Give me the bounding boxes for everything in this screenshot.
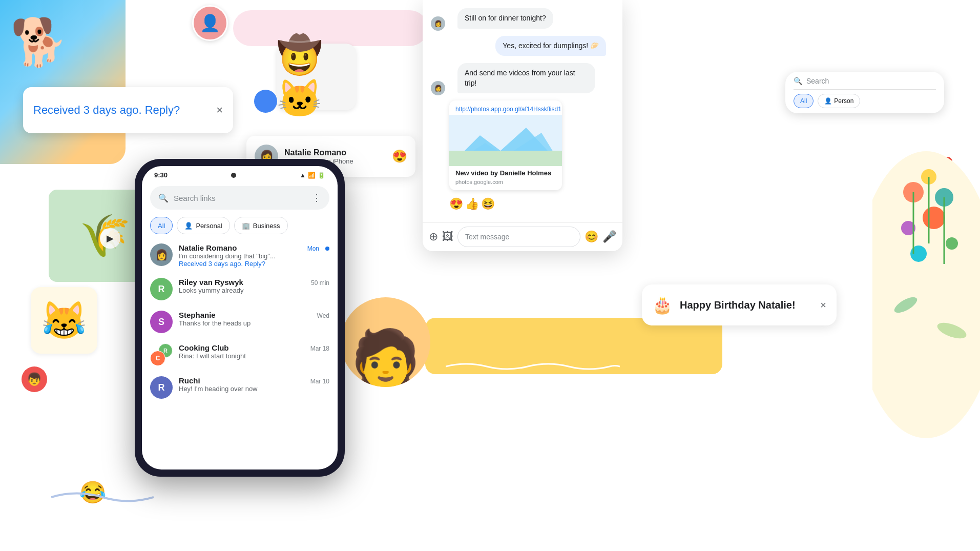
conversation-natalie[interactable]: 👩 Natalie Romano Mon I'm considering doi… <box>142 238 338 273</box>
svg-point-8 <box>872 151 980 438</box>
msg-sender-avatar: 👩 <box>431 16 445 31</box>
conv-time: Mar 10 <box>310 378 329 385</box>
svg-point-13 <box>923 207 945 229</box>
conv-name: Cooking Club <box>179 343 229 352</box>
conv-preview: Thanks for the heads up <box>179 319 329 327</box>
message-input-bar: ⊕ 🖼 Text message 😊 🎤 <box>423 222 622 251</box>
received-bubble: Received 3 days ago. Reply? × <box>23 87 233 133</box>
message-input[interactable]: Text message <box>457 227 580 247</box>
search-input-row[interactable]: 🔍 Search <box>794 77 936 90</box>
blue-dot-decoration <box>254 90 277 113</box>
chip-all[interactable]: All <box>794 94 814 108</box>
status-bar: 9:30 ▲ 📶 🔋 <box>142 166 338 182</box>
birthday-text: Happy Birthday Natalie! <box>680 299 813 311</box>
natalie-name: Natalie Romano <box>284 148 386 157</box>
conv-preview: Hey! I'm heading over now <box>179 385 329 393</box>
media-icon[interactable]: 🖼 <box>442 230 453 243</box>
conversation-stephanie[interactable]: S Stephanie Wed Thanks for the heads up <box>142 305 338 338</box>
messages-panel: 👩 Still on for dinner tonight? Yes, exci… <box>423 0 622 251</box>
conversation-list: 👩 Natalie Romano Mon I'm considering doi… <box>142 238 338 470</box>
msg-bubble-received-2: And send me videos from your last trip! <box>457 63 595 93</box>
cat-sticker-panel: 😹 <box>31 287 97 354</box>
msg-bubble-received-1: Still on for dinner tonight? <box>457 8 553 29</box>
input-placeholder: Text message <box>465 233 509 241</box>
search-placeholder: Search links <box>174 194 307 202</box>
camera-dot <box>231 173 236 178</box>
chips-row: All 👤 Person <box>794 90 936 108</box>
conv-reply-hint: Received 3 days ago. Reply? <box>179 260 319 268</box>
filter-business[interactable]: 🏢 Business <box>234 217 288 234</box>
conv-content-riley: Riley van Ryswyk 50 min Looks yummy alre… <box>179 278 329 294</box>
chip-person[interactable]: 👤 Person <box>818 94 860 108</box>
birthday-notification: 🎂 Happy Birthday Natalie! × <box>642 284 837 325</box>
mic-icon[interactable]: 🎤 <box>602 230 616 243</box>
close-icon[interactable]: × <box>820 299 826 311</box>
message-area: 👩 Still on for dinner tonight? Yes, exci… <box>423 0 622 222</box>
conv-avatar-group: R C <box>150 343 173 366</box>
link-domain: photos.google.com <box>449 178 562 190</box>
conversation-ruchi[interactable]: R Ruchi Mar 10 Hey! I'm heading over now <box>142 371 338 404</box>
link-title: New video by Danielle Holmes <box>449 166 562 178</box>
conv-content-natalie: Natalie Romano Mon I'm considering doing… <box>179 243 319 268</box>
conv-content-cooking-club: Cooking Club Mar 18 Rina: I will start t… <box>179 343 329 360</box>
natalie-reaction-emoji: 😍 <box>392 149 407 164</box>
conv-content-ruchi: Ruchi Mar 10 Hey! I'm heading over now <box>179 376 329 393</box>
msg-row-sent-1: Yes, excited for dumplings! 🥟 <box>423 34 622 58</box>
conv-preview: Looks yummy already <box>179 287 329 294</box>
status-icons: ▲ 📶 🔋 <box>300 172 325 179</box>
conv-content-stephanie: Stephanie Wed Thanks for the heads up <box>179 311 329 327</box>
search-text: Search <box>806 77 829 85</box>
close-icon[interactable]: × <box>216 104 223 117</box>
conv-avatar-natalie: 👩 <box>150 243 173 266</box>
search-icon-chips: 🔍 <box>794 77 802 85</box>
conv-avatar-riley: R <box>150 278 173 300</box>
search-icon: 🔍 <box>158 193 169 203</box>
dog-illustration: 🐕 <box>10 15 68 69</box>
person-circle: 🧑 <box>341 297 430 387</box>
conv-name: Ruchi <box>179 376 200 385</box>
conv-avatar-ruchi: R <box>150 376 173 399</box>
birthday-emoji: 🎂 <box>652 295 673 315</box>
link-url[interactable]: http://photos.app.goo.gl/af14Hsskflisd1 <box>449 100 562 115</box>
conv-time: Mar 18 <box>310 345 329 352</box>
small-avatar-bottom: 👦 <box>22 366 47 392</box>
emoji-icon[interactable]: 😊 <box>585 230 598 243</box>
filter-row: All 👤 Personal 🏢 Business <box>142 214 338 238</box>
yellow-wave <box>446 359 620 374</box>
link-image <box>449 115 562 166</box>
status-time: 9:30 <box>154 171 168 179</box>
add-icon[interactable]: ⊕ <box>429 230 438 243</box>
conv-time: 50 min <box>311 279 329 287</box>
link-preview[interactable]: http://photos.app.goo.gl/af14Hsskflisd1 … <box>449 100 562 190</box>
conv-name: Natalie Romano <box>179 243 237 252</box>
msg-row-received-1: 👩 Still on for dinner tonight? <box>423 6 622 31</box>
conv-avatar-stephanie: S <box>150 311 173 333</box>
msg-row-received-2: 👩 And send me videos from your last trip… <box>423 61 622 95</box>
conv-time: Wed <box>317 312 329 319</box>
filter-all[interactable]: All <box>150 217 173 234</box>
bg-illustration-top-left: 🐕 <box>0 0 126 164</box>
conv-time: Mon <box>307 245 319 252</box>
conv-preview: Rina: I will start tonight <box>179 352 329 360</box>
conversation-riley[interactable]: R Riley van Ryswyk 50 min Looks yummy al… <box>142 273 338 305</box>
unread-indicator <box>325 247 329 251</box>
phone-screen: 9:30 ▲ 📶 🔋 🔍 Search links ⋮ All 👤 Person… <box>142 166 338 470</box>
wave-decoration <box>51 487 154 507</box>
play-button[interactable]: ▶ <box>100 228 120 249</box>
conversation-cooking-club[interactable]: R C Cooking Club Mar 18 Rina: I will sta… <box>142 338 338 371</box>
msg-bubble-sent-1: Yes, excited for dumplings! 🥟 <box>495 36 606 56</box>
person-figure: 🧑 <box>350 331 421 387</box>
filter-personal[interactable]: 👤 Personal <box>177 217 230 234</box>
emoji-reactions: 😍 👍 😆 <box>423 195 622 213</box>
search-chips-panel: 🔍 Search All 👤 Person <box>785 72 944 113</box>
conv-preview: I'm considering doing that "big"... <box>179 252 319 260</box>
phone-mockup: 9:30 ▲ 📶 🔋 🔍 Search links ⋮ All 👤 Person… <box>135 159 345 477</box>
avatar-top: 👤 <box>192 5 228 41</box>
more-options-icon[interactable]: ⋮ <box>312 192 321 203</box>
svg-point-15 <box>946 237 958 250</box>
svg-rect-3 <box>449 151 562 166</box>
conv-name: Stephanie <box>179 311 216 319</box>
msg-sender-avatar-2: 👩 <box>431 81 445 95</box>
cat-cowboy-sticker: 🤠🐱 <box>277 44 356 110</box>
search-bar[interactable]: 🔍 Search links ⋮ <box>150 186 329 210</box>
